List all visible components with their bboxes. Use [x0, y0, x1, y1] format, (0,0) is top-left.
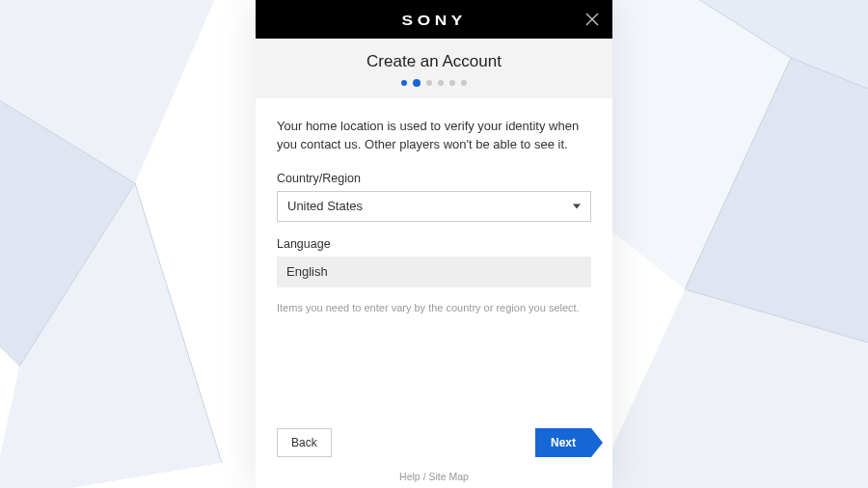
footer-links: Help / Site Map	[256, 471, 612, 488]
language-value: English	[286, 264, 328, 279]
next-button[interactable]: Next	[535, 428, 591, 457]
panel-subheader: Create an Account	[256, 39, 612, 98]
step-dot	[413, 79, 420, 87]
step-dot	[449, 80, 455, 86]
step-dot	[438, 80, 444, 86]
step-indicator	[256, 79, 612, 98]
language-label: Language	[277, 237, 591, 251]
chevron-down-icon	[573, 203, 581, 208]
back-button[interactable]: Back	[277, 428, 332, 457]
action-bar: Back Next	[256, 428, 612, 471]
language-field: English	[277, 257, 591, 287]
brand-logo: SONY	[401, 12, 466, 28]
step-dot	[461, 80, 467, 86]
country-value: United States	[287, 199, 363, 213]
step-dot	[426, 80, 432, 86]
signup-panel: SONY Create an Account Your home locatio…	[256, 0, 612, 488]
country-label: Country/Region	[277, 172, 591, 185]
panel-header: SONY	[256, 0, 612, 39]
page-title: Create an Account	[256, 39, 612, 79]
country-note: Items you need to enter vary by the coun…	[277, 301, 591, 315]
sitemap-link[interactable]: Site Map	[428, 471, 468, 482]
intro-text: Your home location is used to verify you…	[277, 118, 591, 154]
help-link[interactable]: Help	[399, 471, 420, 482]
form-content: Your home location is used to verify you…	[256, 98, 612, 428]
step-dot	[401, 80, 407, 86]
country-select[interactable]: United States	[277, 191, 591, 222]
close-icon[interactable]	[583, 11, 601, 28]
